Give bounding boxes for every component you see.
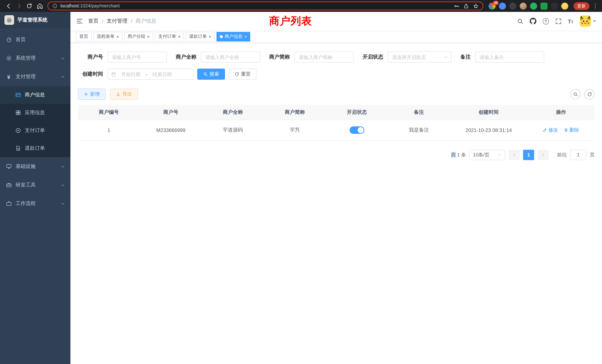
url-text[interactable]: localhost:1024/pay/merchant bbox=[60, 3, 120, 9]
toggle-search-button[interactable] bbox=[570, 89, 580, 99]
extension-badge: 10 bbox=[493, 0, 499, 5]
sidebar-collapse-icon[interactable] bbox=[76, 18, 83, 24]
page-size-select[interactable]: 10条/页 bbox=[469, 150, 505, 160]
status-select[interactable] bbox=[388, 52, 452, 63]
main-content: 商户号 商户全称 商户简称 开启状态 备注 bbox=[70, 43, 602, 364]
github-icon[interactable] bbox=[529, 18, 536, 24]
date-range-picker[interactable]: - bbox=[108, 69, 194, 80]
tab-user-group[interactable]: 用户分组× bbox=[124, 32, 153, 41]
browser-reload-button[interactable] bbox=[24, 1, 34, 11]
header-actions: 操作 bbox=[527, 105, 595, 120]
app-title: 芋道管理系统 bbox=[17, 17, 47, 23]
end-date-input[interactable] bbox=[149, 71, 175, 77]
start-date-input[interactable] bbox=[118, 71, 144, 77]
close-icon[interactable]: × bbox=[209, 34, 211, 39]
fullscreen-icon[interactable] bbox=[555, 18, 561, 24]
sidebar-item-label: 商户信息 bbox=[25, 92, 45, 98]
sidebar-item-devtools[interactable]: 研发工具 bbox=[0, 176, 70, 194]
add-button[interactable]: 新增 bbox=[78, 89, 106, 100]
search-icon[interactable] bbox=[517, 18, 523, 24]
navbar-actions: ? TT bbox=[517, 16, 596, 27]
caret-down-icon bbox=[593, 20, 596, 22]
monitor-icon bbox=[6, 163, 12, 170]
annotation-merchant-list: 商户列表 bbox=[269, 14, 312, 28]
breadcrumb-home[interactable]: 首页 bbox=[88, 18, 99, 24]
breadcrumb-section[interactable]: 支付管理 bbox=[107, 18, 128, 24]
tab-merchant-info[interactable]: 商户信息× bbox=[216, 32, 250, 41]
extension-icon-7[interactable] bbox=[551, 2, 558, 10]
page-number-button[interactable]: 1 bbox=[523, 150, 534, 160]
browser-back-button[interactable] bbox=[4, 1, 13, 11]
cell-merchant-no: M233666999 bbox=[140, 120, 202, 140]
browser-menu-icon[interactable]: ⋮ bbox=[592, 3, 598, 9]
cell-short-name: 芋艿 bbox=[264, 120, 326, 140]
status-label: 开启状态 bbox=[363, 54, 383, 60]
prev-page-button[interactable] bbox=[509, 150, 520, 160]
sidebar-item-label: 工作流程 bbox=[16, 200, 36, 207]
share-icon[interactable] bbox=[463, 3, 469, 9]
sidebar-submenu-pay: 商户信息 应用信息 支付订单 bbox=[0, 86, 70, 157]
sidebar-item-pay-order[interactable]: 支付订单 bbox=[0, 122, 70, 139]
breadcrumb-current: 商户信息 bbox=[136, 18, 156, 24]
chevron-down-icon bbox=[61, 164, 65, 169]
merchant-short-input[interactable] bbox=[294, 52, 354, 63]
search-button[interactable]: 搜索 bbox=[197, 69, 225, 80]
help-icon[interactable]: ? bbox=[542, 18, 549, 24]
merchant-no-input[interactable] bbox=[108, 52, 167, 63]
tab-home[interactable]: 首页 bbox=[76, 32, 92, 41]
close-icon[interactable]: × bbox=[147, 34, 150, 39]
reset-button[interactable]: 重置 bbox=[229, 69, 257, 80]
merchant-table: 商户编号 商户号 商户全称 商户简称 开启状态 备注 创建时间 操作 1 M23… bbox=[78, 105, 595, 141]
sidebar-item-system[interactable]: 系统管理 bbox=[0, 49, 70, 67]
merchant-name-input[interactable] bbox=[201, 52, 260, 63]
header-full-name: 商户全称 bbox=[202, 105, 264, 120]
extension-icon-2[interactable] bbox=[499, 2, 506, 10]
extensions-area: 10 bbox=[489, 2, 568, 10]
extension-icon-8[interactable] bbox=[561, 2, 568, 10]
site-info-icon[interactable] bbox=[52, 3, 57, 9]
sidebar-item-merchant-info[interactable]: 商户信息 bbox=[0, 86, 70, 104]
goto-page-input[interactable] bbox=[570, 150, 586, 160]
sidebar-item-label: 支付管理 bbox=[16, 73, 36, 80]
user-avatar[interactable] bbox=[580, 16, 596, 27]
refresh-button[interactable] bbox=[584, 89, 595, 99]
cell-remark: 我是备注 bbox=[388, 120, 450, 140]
extension-icon-1[interactable]: 10 bbox=[489, 2, 496, 10]
app-logo[interactable]: 芋道管理系统 bbox=[0, 12, 70, 28]
sidebar-item-app-info[interactable]: 应用信息 bbox=[0, 104, 70, 122]
tab-pay-order[interactable]: 支付订单× bbox=[155, 32, 184, 41]
browser-update-button[interactable]: 更新 bbox=[573, 2, 589, 10]
date-range-separator: - bbox=[146, 71, 147, 77]
browser-home-button[interactable] bbox=[35, 1, 44, 11]
bookmark-star-icon[interactable] bbox=[473, 3, 479, 9]
extension-icon-4[interactable] bbox=[520, 2, 527, 10]
extension-icon-3[interactable] bbox=[509, 2, 516, 10]
status-toggle[interactable] bbox=[349, 126, 364, 134]
export-button[interactable]: 导出 bbox=[110, 89, 138, 100]
url-bar[interactable]: localhost:1024/pay/merchant bbox=[47, 1, 483, 10]
delete-link[interactable]: 删除 bbox=[564, 127, 579, 133]
merchant-name-label: 商户全称 bbox=[176, 54, 196, 60]
cell-create-time: 2021-10-23 08:31:14 bbox=[450, 120, 527, 140]
close-icon[interactable]: × bbox=[178, 34, 181, 39]
tab-refund-order[interactable]: 退款订单× bbox=[186, 32, 215, 41]
font-size-icon[interactable]: TT bbox=[568, 18, 573, 24]
close-icon[interactable]: × bbox=[116, 34, 119, 39]
password-key-icon[interactable] bbox=[454, 3, 459, 9]
active-dot bbox=[220, 35, 223, 38]
browser-forward-button[interactable] bbox=[14, 1, 24, 11]
tab-process-form[interactable]: 流程表单× bbox=[93, 32, 122, 41]
extension-icon-5[interactable] bbox=[530, 2, 537, 10]
header-merchant-id: 商户编号 bbox=[78, 105, 140, 120]
sidebar-item-infra[interactable]: 基础设施 bbox=[0, 157, 70, 176]
next-page-button[interactable] bbox=[538, 150, 549, 160]
sidebar-item-workflow[interactable]: 工作流程 bbox=[0, 194, 70, 213]
edit-link[interactable]: 修改 bbox=[543, 127, 558, 133]
extension-icon-6[interactable] bbox=[540, 2, 548, 10]
sidebar-item-pay[interactable]: ¥ 支付管理 bbox=[0, 67, 70, 86]
remark-input[interactable] bbox=[475, 52, 544, 63]
goto-label: 前往 bbox=[557, 151, 567, 158]
sidebar-item-home[interactable]: 首页 bbox=[0, 30, 70, 49]
close-icon[interactable]: × bbox=[244, 34, 247, 39]
sidebar-item-refund-order[interactable]: 退款订单 bbox=[0, 139, 70, 157]
